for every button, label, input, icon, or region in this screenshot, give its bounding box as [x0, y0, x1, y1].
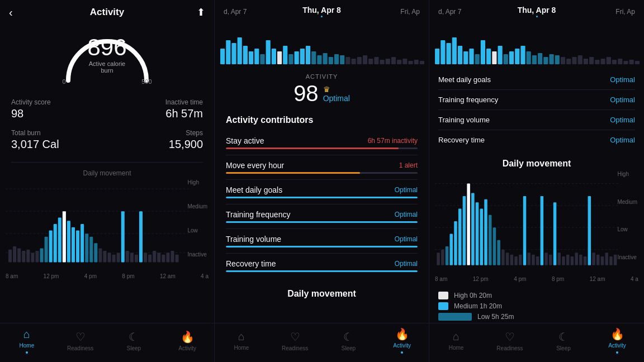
ring-min: 0	[63, 78, 66, 85]
p3-time-12am: 12 am	[590, 276, 605, 282]
contributor-daily-goals-fill	[226, 197, 418, 198]
sleep-icon: ☾	[129, 330, 139, 344]
label-medium: Medium	[187, 203, 207, 209]
contributor-stay-active[interactable]: Stay active 6h 57m inactivity	[226, 131, 418, 155]
contributor-move-hourly-name: Move every hour	[226, 161, 284, 170]
svg-rect-30	[126, 251, 129, 263]
nav-home-label: Home	[20, 342, 35, 349]
legend-medium: Medium 1h 20m	[438, 302, 635, 310]
svg-rect-6	[17, 248, 21, 262]
panel1-content: 896 Active calorie burn 0 500 Activity s…	[0, 25, 214, 323]
svg-rect-126	[471, 193, 475, 265]
panel2-nav-home[interactable]: ⌂ Home	[215, 330, 268, 351]
svg-rect-149	[571, 256, 574, 265]
panel3-nav-home-label: Home	[449, 345, 464, 351]
svg-rect-17	[67, 221, 70, 262]
nav-readiness[interactable]: ♡ Readiness	[54, 330, 107, 351]
p3-time-4pm: 4 pm	[514, 276, 526, 282]
svg-rect-53	[283, 46, 287, 64]
svg-rect-47	[249, 51, 253, 64]
svg-rect-148	[566, 255, 570, 265]
panel3-nav-home[interactable]: ⌂ Home	[429, 330, 483, 351]
nav-sleep[interactable]: ☾ Sleep	[107, 330, 161, 351]
contributor-move-hourly-top: Move every hour 1 alert	[226, 161, 418, 170]
panel3-nav-readiness[interactable]: ♡ Readiness	[483, 330, 537, 351]
label-inactive: Inactive	[187, 251, 207, 258]
panel3-chart-svg	[435, 171, 638, 272]
p3-time-4a: 4 a	[631, 276, 638, 282]
p3-label-inactive: Inactive	[617, 254, 637, 260]
svg-rect-65	[352, 59, 356, 64]
panel2-daily-movement-title: Daily movement	[215, 282, 429, 301]
svg-rect-108	[607, 57, 611, 64]
contributor-move-hourly[interactable]: Move every hour 1 alert	[226, 155, 418, 180]
contributor-training-freq-value: Optimal	[395, 211, 418, 218]
calorie-ring: 896 Active calorie burn 0 500	[57, 30, 158, 86]
contributor-training-freq-name: Training frequency	[226, 210, 290, 219]
svg-rect-83	[463, 51, 468, 64]
time-8am: 8 am	[6, 273, 18, 279]
contributor-recovery-bar	[226, 270, 418, 272]
panel3-top-chart-svg	[434, 21, 640, 65]
contributor-training-freq-top: Training frequency Optimal	[226, 210, 418, 219]
panel2-nav-activity[interactable]: 🔥 Activity	[375, 327, 429, 354]
steps-value: 15,900	[107, 138, 203, 151]
nav-activity[interactable]: 🔥 Activity	[160, 330, 214, 351]
svg-rect-121	[449, 234, 453, 265]
contributor-training-freq[interactable]: Training frequency Optimal	[226, 204, 418, 229]
svg-rect-113	[635, 61, 640, 64]
svg-rect-58	[311, 51, 316, 64]
metric-daily-goals[interactable]: Meet daily goals Optimal	[438, 70, 635, 90]
panel2-nav-sleep[interactable]: ☾ Sleep	[322, 330, 376, 351]
svg-rect-49	[260, 54, 264, 64]
svg-rect-37	[157, 253, 160, 262]
contributor-training-vol[interactable]: Training volume Optimal	[226, 229, 418, 254]
activity-score-value: 98	[11, 107, 107, 120]
svg-rect-39	[166, 253, 169, 262]
svg-rect-29	[121, 211, 125, 262]
date-next: Fri, Ap	[371, 8, 420, 16]
inactive-time-label: Inactive time	[107, 98, 203, 106]
svg-rect-144	[549, 255, 552, 265]
panel2-nav-activity-label: Activity	[393, 342, 411, 349]
metric-training-freq[interactable]: Training frequency Optimal	[438, 90, 635, 110]
panel3-home-icon: ⌂	[453, 330, 460, 343]
activity-icon: 🔥	[181, 330, 195, 344]
panel2-nav-readiness[interactable]: ♡ Readiness	[268, 330, 322, 351]
readiness-icon: ♡	[75, 330, 86, 344]
back-button[interactable]: ‹	[9, 6, 13, 19]
date-current: Thu, Apr 8	[273, 6, 371, 15]
activity-score-stat: Activity score 98	[11, 94, 107, 125]
contributor-daily-goals[interactable]: Meet daily goals Optimal	[226, 180, 418, 204]
ring-center: 896 Active calorie burn	[82, 36, 132, 74]
contributor-daily-goals-name: Meet daily goals	[226, 185, 282, 194]
panel3-nav-activity[interactable]: 🔥 Activity	[590, 327, 644, 354]
metric-training-freq-name: Training frequency	[438, 96, 498, 104]
activity-score-row: 98 ♛ Optimal	[226, 81, 418, 106]
share-button[interactable]: ⬆	[197, 6, 205, 18]
svg-rect-72	[391, 57, 396, 64]
svg-rect-88	[492, 51, 496, 64]
svg-rect-98	[549, 54, 553, 64]
panel2-nav-sleep-label: Sleep	[342, 345, 356, 351]
svg-rect-159	[614, 255, 617, 265]
svg-rect-18	[72, 227, 75, 263]
svg-rect-48	[254, 49, 259, 64]
metric-recovery-status: Optimal	[610, 136, 635, 144]
daily-movement-label: Daily movement	[0, 165, 214, 179]
nav-home[interactable]: ⌂ Home	[0, 328, 54, 354]
svg-rect-13	[49, 230, 53, 262]
panel2-nav-readiness-label: Readiness	[282, 345, 308, 351]
metric-training-vol[interactable]: Training volume Optimal	[438, 110, 635, 130]
panel3-nav-sleep[interactable]: ☾ Sleep	[537, 330, 590, 351]
svg-rect-54	[288, 54, 293, 64]
svg-rect-15	[58, 218, 61, 263]
panel3-top-chart	[429, 23, 644, 68]
panel3-time-labels: 8 am 12 pm 4 pm 8 pm 12 am 4 a	[429, 276, 644, 282]
legend-high-label: High 0h 20m	[454, 292, 492, 299]
metric-recovery[interactable]: Recovery time Optimal	[438, 130, 635, 150]
svg-rect-41	[176, 255, 179, 263]
contributor-recovery[interactable]: Recovery time Optimal	[226, 254, 418, 278]
svg-rect-34	[144, 253, 147, 262]
contributor-stay-active-name: Stay active	[226, 136, 264, 145]
